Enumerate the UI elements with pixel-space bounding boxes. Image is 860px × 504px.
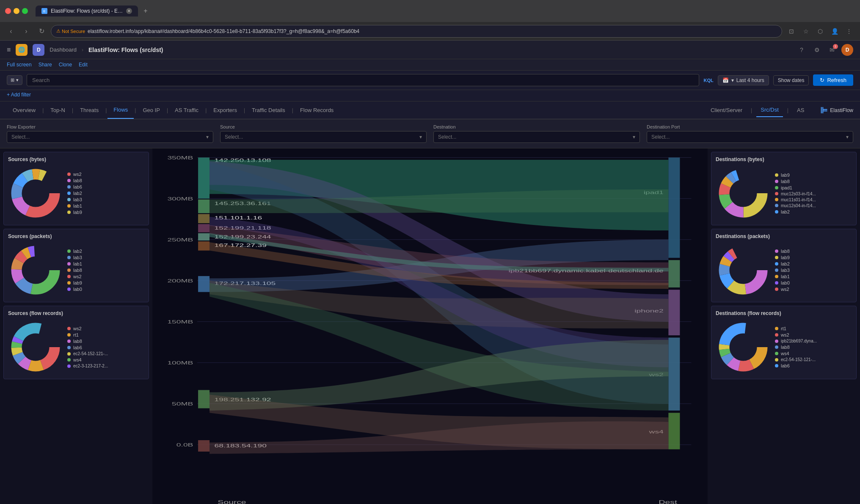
destinations-flow-records-donut: [716, 320, 771, 375]
reload-button[interactable]: ↻: [36, 25, 47, 37]
sources-flow-records-panel: Sources (flow records): [3, 306, 149, 379]
tab-client-server[interactable]: Client/Server: [706, 104, 747, 117]
forward-button[interactable]: ›: [20, 25, 32, 37]
menu-icon[interactable]: ⋮: [843, 25, 855, 37]
bookmark-icon[interactable]: ☆: [800, 25, 812, 37]
destination-port-label: Destination Port: [647, 124, 853, 129]
destination-filter: Destnation Select... ▾: [433, 124, 640, 143]
svg-rect-41: [198, 158, 209, 199]
show-dates-button[interactable]: Show dates: [773, 75, 809, 85]
refresh-icon: ↻: [820, 77, 824, 83]
tab-as[interactable]: AS: [793, 104, 808, 117]
share-link[interactable]: Share: [39, 62, 52, 68]
refresh-button[interactable]: ↻ Refresh: [813, 74, 853, 86]
sources-packets-legend: lab2 lab3 lab1 lab8 ws2 lab9 lab0: [67, 249, 144, 292]
edit-link[interactable]: Edit: [79, 62, 88, 68]
add-filter-button[interactable]: + Add filter: [7, 92, 31, 98]
address-bar[interactable]: ⚠ Not Secure elastiflow.irobert.info/app…: [51, 25, 782, 38]
mail-icon[interactable]: ✉ 1: [826, 44, 838, 56]
active-tab[interactable]: E ElastiFlow: Flows (src/dst) - E… ✕: [36, 5, 138, 16]
nav-right-tabs: Client/Server | Src/Dst | AS ⊫ ElastiFlo…: [706, 103, 853, 117]
destinations-packets-donut: [716, 243, 771, 298]
legend-item: lab8: [775, 179, 852, 184]
destinations-flow-records-legend: rt1 ws2 ipb21bb697.dyna... lab8 ws4 ec2-…: [775, 326, 852, 368]
back-button[interactable]: ‹: [5, 25, 17, 37]
tab-geo-ip[interactable]: Geo IP: [137, 102, 165, 118]
legend-item: lab8: [67, 178, 144, 183]
legend-item: lab1: [775, 274, 852, 279]
source-select[interactable]: Select... ▾: [220, 131, 427, 143]
legend-item: lab3: [67, 255, 144, 260]
flow-exporter-select[interactable]: Select... ▾: [7, 131, 213, 143]
sankey-svg: 350MB 300MB 250MB 200MB 150MB 100MB 50MB…: [152, 148, 708, 504]
time-range-picker[interactable]: 📅 ▾ Last 4 hours: [718, 75, 769, 85]
kql-toggle[interactable]: ⊞ ▾: [7, 75, 22, 85]
screen-cast-icon[interactable]: ⊡: [786, 25, 797, 37]
legend-item: lab2: [67, 249, 144, 254]
url-text: elastiflow.irobert.info/app/kibana#/dash…: [88, 28, 777, 34]
svg-rect-65: [668, 337, 680, 411]
legend-item: ws4: [775, 351, 852, 356]
sources-packets-chart-row: lab2 lab3 lab1 lab8 ws2 lab9 lab0: [8, 243, 144, 298]
sources-packets-panel: Sources (packets): [3, 229, 149, 302]
traffic-lights: [5, 8, 28, 14]
svg-text:0.0B: 0.0B: [176, 442, 193, 447]
destinations-packets-title: Destinations (packets): [716, 233, 852, 239]
help-icon[interactable]: ?: [796, 44, 808, 56]
tab-flows[interactable]: Flows: [108, 101, 134, 119]
tab-threats[interactable]: Threats: [74, 102, 105, 118]
legend-item: ec2-54-152-121-...: [775, 357, 852, 362]
minimize-button[interactable]: [14, 8, 19, 14]
svg-text:150MB: 150MB: [167, 319, 193, 324]
new-tab-button[interactable]: +: [140, 5, 152, 17]
filter-dropdowns: Flow Exporter Select... ▾ Source Select.…: [0, 119, 860, 148]
tab-overview[interactable]: Overview: [7, 102, 41, 118]
browser-titlebar: E ElastiFlow: Flows (src/dst) - E… ✕ +: [0, 0, 860, 22]
maximize-button[interactable]: [22, 8, 28, 14]
extensions-icon[interactable]: ⬡: [814, 25, 826, 37]
full-screen-link[interactable]: Full screen: [7, 62, 32, 68]
settings-icon[interactable]: ⚙: [811, 44, 823, 56]
sources-flow-records-chart-row: ws2 rt1 lab8 lab6 ec2-54-152-121-... ws4…: [8, 320, 144, 375]
sources-bytes-donut: [8, 166, 63, 221]
svg-rect-47: [198, 224, 209, 232]
time-range-icon: ▾: [731, 77, 734, 83]
close-button[interactable]: [5, 8, 11, 14]
source-label: Source: [220, 124, 427, 129]
tab-top-n[interactable]: Top-N: [44, 102, 71, 118]
legend-item: lab9: [67, 280, 144, 285]
chevron-down-icon: ▾: [419, 134, 422, 140]
tab-exporters[interactable]: Exporters: [207, 102, 243, 118]
tab-as-traffic[interactable]: AS Traffic: [169, 102, 204, 118]
clone-link[interactable]: Clone: [59, 62, 72, 68]
destinations-bytes-title: Destinations (bytes): [716, 156, 852, 162]
flow-exporter-value: Select...: [11, 134, 30, 140]
search-input[interactable]: [27, 74, 699, 86]
destinations-bytes-panel: Destinations (bytes): [711, 152, 857, 225]
tab-close-button[interactable]: ✕: [126, 8, 132, 14]
destination-select[interactable]: Select... ▾: [433, 131, 640, 143]
destinations-bytes-donut: [716, 166, 771, 221]
chevron-down-icon: ▾: [846, 134, 849, 140]
breadcrumb[interactable]: Dashboard: [50, 47, 77, 53]
tab-src-dst[interactable]: Src/Dst: [756, 103, 783, 117]
avatar[interactable]: D: [841, 44, 853, 56]
tab-title: ElastiFlow: Flows (src/dst) - E…: [51, 8, 123, 14]
legend-item: lab9: [775, 173, 852, 178]
tab-traffic-details[interactable]: Traffic Details: [246, 102, 291, 118]
destination-port-select[interactable]: Select... ▾: [647, 131, 853, 143]
hamburger-menu[interactable]: ≡: [7, 46, 11, 54]
destinations-flow-records-title: Destinations (flow records): [716, 310, 852, 316]
sources-bytes-chart-row: ws2 lab8 lab6 lab2 lab3 lab1 lab9: [8, 166, 144, 221]
tab-flow-records[interactable]: Flow Records: [294, 102, 339, 118]
profile-icon[interactable]: 👤: [829, 25, 841, 37]
svg-text:Source: Source: [218, 499, 246, 504]
svg-text:Dest: Dest: [659, 499, 677, 504]
legend-item: lab3: [775, 268, 852, 273]
destinations-bytes-chart-row: lab9 lab8 ipad1 muc12s03-in-f14... muc11…: [716, 166, 852, 221]
svg-text:350MB: 350MB: [167, 155, 193, 160]
legend-item: lab9: [775, 255, 852, 260]
sources-flow-records-donut: [8, 320, 63, 375]
svg-text:300MB: 300MB: [167, 196, 193, 201]
legend-item: rt1: [775, 326, 852, 331]
